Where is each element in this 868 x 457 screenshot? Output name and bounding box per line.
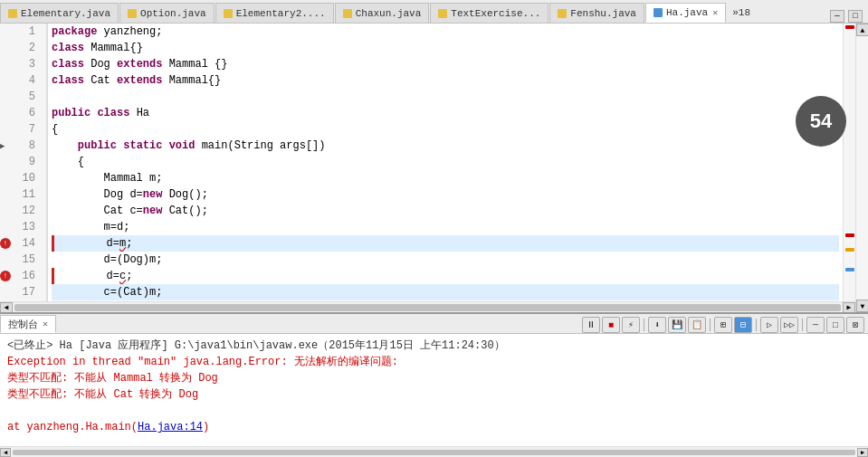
- tab-fenshu[interactable]: Fenshu.java: [549, 3, 644, 23]
- java-file-icon: [438, 9, 447, 18]
- error-detail-2: 类型不匹配: 不能从 Cat 转换为 Dog: [7, 386, 861, 403]
- panel-tab-bar: 控制台 ✕ ⏸ ■ ⚡ ⬇ 💾 📋 ⊞ ⊟ ▷ ▷▷ ─ □: [0, 314, 868, 334]
- right-gutter: [843, 24, 855, 301]
- code-line-14: d=m;: [52, 235, 839, 252]
- scroll-thumb[interactable]: [14, 304, 841, 311]
- main-area: 54: [0, 24, 868, 312]
- console-btn-6[interactable]: 📋: [688, 317, 706, 333]
- toolbar-sep-4: [802, 319, 803, 331]
- java-file-icon: [8, 9, 17, 18]
- error-gutter-14: !: [0, 238, 11, 249]
- toolbar-sep-2: [710, 319, 711, 331]
- right-marker-14: [845, 233, 854, 237]
- tab-label: Chaxun.java: [356, 8, 422, 19]
- console-minimize-btn[interactable]: ─: [806, 317, 825, 333]
- scroll-left-btn[interactable]: ◀: [0, 302, 13, 313]
- toolbar-sep-1: [644, 319, 644, 331]
- console-tab[interactable]: 控制台 ✕: [0, 315, 56, 333]
- console-btn-9[interactable]: ▷: [760, 317, 778, 333]
- tab-label: TextExercise...: [451, 8, 540, 19]
- panel-scroll-thumb[interactable]: [13, 450, 855, 455]
- avatar-text: 54: [810, 109, 832, 133]
- code-line-2: class Mammal{}: [52, 40, 839, 56]
- tab-option[interactable]: Option.java: [119, 3, 215, 23]
- tab-elementary[interactable]: Elementary.java: [0, 3, 119, 23]
- minimize-button[interactable]: ─: [830, 10, 844, 23]
- console-tab-close[interactable]: ✕: [43, 319, 48, 329]
- code-line-6: public class Ha: [52, 105, 839, 121]
- console-btn-3[interactable]: ⚡: [622, 317, 640, 333]
- tab-chaxun[interactable]: Chaxun.java: [335, 3, 430, 23]
- code-line-8: public static void main(String args[]): [52, 138, 839, 154]
- scroll-down-btn[interactable]: ▼: [856, 300, 868, 312]
- right-marker-16: [845, 248, 854, 252]
- console-btn-5[interactable]: 💾: [668, 317, 686, 333]
- panel-scroll-right[interactable]: ▶: [857, 448, 868, 457]
- code-line-15: d=(Dog)m;: [52, 252, 839, 268]
- error-detail-1: 类型不匹配: 不能从 Mammal 转换为 Dog: [7, 370, 861, 386]
- tab-close-icon[interactable]: ✕: [712, 7, 718, 18]
- code-line-9: {: [52, 154, 839, 170]
- console-restore-btn[interactable]: ⊠: [846, 317, 864, 333]
- app-window: Elementary.java Option.java Elementary2.…: [0, 0, 868, 457]
- tab-ha[interactable]: Ha.java ✕: [645, 3, 726, 23]
- code-line-12: Cat c=new Cat();: [52, 203, 839, 219]
- console-btn-stop[interactable]: ■: [602, 317, 620, 333]
- code-line-11: Dog d=new Dog();: [52, 186, 839, 203]
- code-content[interactable]: package yanzheng; class Mammal{} class D…: [48, 24, 843, 301]
- bottom-panel: 控制台 ✕ ⏸ ■ ⚡ ⬇ 💾 📋 ⊞ ⊟ ▷ ▷▷ ─ □: [0, 312, 868, 457]
- console-btn-10[interactable]: ▷▷: [780, 317, 798, 333]
- tab-bar: Elementary.java Option.java Elementary2.…: [0, 0, 868, 24]
- panel-scroll-left[interactable]: ◀: [0, 448, 11, 457]
- restore-button[interactable]: □: [848, 10, 863, 23]
- tab-label: Fenshu.java: [570, 8, 636, 19]
- toolbar-sep-3: [756, 319, 757, 331]
- java-file-icon: [343, 9, 352, 18]
- console-maximize-btn[interactable]: □: [826, 317, 844, 333]
- code-line-13: m=d;: [52, 219, 839, 235]
- code-line-16: d=c;: [52, 268, 839, 284]
- console-btn-7[interactable]: ⊞: [714, 317, 732, 333]
- error-link[interactable]: Ha.java:14: [138, 421, 203, 433]
- horizontal-scrollbar[interactable]: ◀ ▶: [0, 301, 855, 312]
- console-btn-8[interactable]: ⊟: [734, 317, 752, 333]
- tab-elementary2[interactable]: Elementary2....: [215, 3, 334, 23]
- tab-overflow-label: »18: [732, 7, 750, 18]
- line-numbers: 1 2 3 4 5 6 7 8 9 10 11 12 13: [14, 24, 47, 301]
- right-marker-17: [845, 268, 854, 271]
- console-btn-4[interactable]: ⬇: [648, 317, 666, 333]
- java-file-icon: [128, 9, 137, 18]
- code-line-17: c=(Cat)m;: [52, 284, 839, 300]
- code-line-5: [52, 89, 839, 105]
- error-at-line: at yanzheng.Ha.main(Ha.java:14): [7, 419, 861, 435]
- code-line-18: [52, 300, 839, 301]
- scroll-track[interactable]: [856, 36, 868, 300]
- console-tab-label: 控制台: [8, 318, 38, 331]
- console-content[interactable]: <已终止> Ha [Java 应用程序] G:\java1\bin\javaw.…: [0, 334, 868, 446]
- code-line-1: package yanzheng;: [52, 24, 839, 40]
- tab-label: Elementary.java: [21, 8, 110, 19]
- editor-content[interactable]: ▶ ! !: [0, 24, 855, 301]
- error-blank: [7, 403, 861, 419]
- avatar: 54: [796, 96, 846, 147]
- tab-label: Option.java: [140, 8, 206, 19]
- code-line-7: {: [52, 121, 839, 138]
- scroll-right-btn[interactable]: ▶: [843, 302, 855, 313]
- panel-scrollbar[interactable]: ◀ ▶: [0, 446, 868, 457]
- tab-overflow-button[interactable]: »18: [727, 3, 756, 23]
- scroll-up-btn[interactable]: ▲: [856, 24, 868, 36]
- vertical-scrollbar[interactable]: ▲ ▼: [855, 24, 868, 312]
- right-marker-top: [845, 25, 854, 29]
- tab-label: Elementary2....: [236, 8, 326, 19]
- java-file-icon: [653, 8, 663, 17]
- java-file-icon: [558, 9, 567, 18]
- code-line-10: Mammal m;: [52, 170, 839, 186]
- tab-textexercise[interactable]: TextExercise...: [430, 3, 548, 23]
- fold-icon-8[interactable]: ▶: [0, 141, 5, 151]
- java-file-icon: [224, 9, 233, 18]
- error-gutter-16: !: [0, 271, 11, 281]
- code-line-4: class Cat extends Mammal{}: [52, 72, 839, 89]
- code-editor: 54: [0, 24, 855, 312]
- console-btn-1[interactable]: ⏸: [582, 317, 600, 333]
- code-line-3: class Dog extends Mammal {}: [52, 56, 839, 72]
